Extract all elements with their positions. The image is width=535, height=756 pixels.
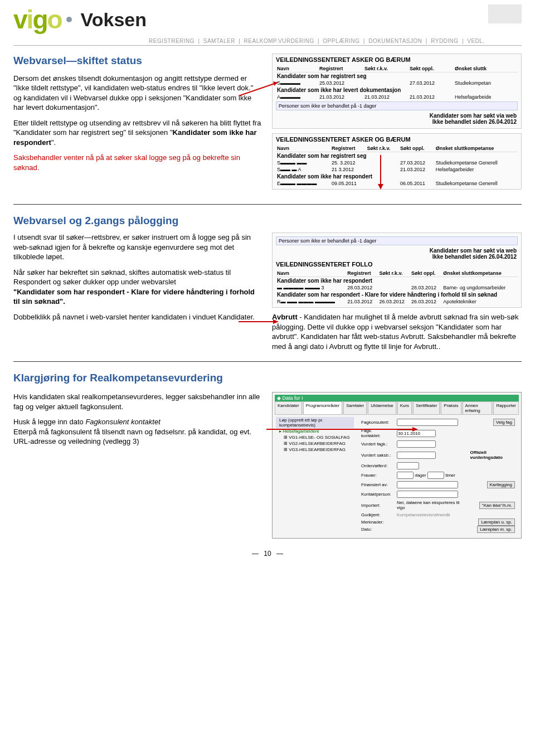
form-title: Data for I xyxy=(283,395,303,401)
tab-utdannelse[interactable]: Utdannelse xyxy=(368,401,396,415)
label-off-dato: Offisiell vurderingsdato xyxy=(469,449,517,461)
cell: 27.03.2012 xyxy=(408,80,454,86)
label-kompbev: Kompetansebevis/vitnemål xyxy=(395,512,517,518)
crumb-dokumentasjon: DOKUMENTASJON xyxy=(367,38,424,44)
cell: ▬ ▬▬▬▬ ▬▬▬ 3 xyxy=(276,284,346,291)
btn-laereplan-u[interactable]: Læreplan u. sp. xyxy=(478,518,515,526)
cell: A▬▬▬▬ xyxy=(276,94,318,100)
form-tabs: Kandidater Programområder Samtaler Utdan… xyxy=(275,401,519,415)
input-vurdert-saksb[interactable] xyxy=(397,452,436,459)
program-tree[interactable]: Løp (opprett ett løp pr. kompetansebevis… xyxy=(276,417,354,534)
input-vurdert-fagk[interactable] xyxy=(397,440,436,448)
tab-samtaler[interactable]: Samtaler xyxy=(343,401,367,415)
app-screenshot-1: VEILEDNINGSSENTERET ASKER OG BÆRUM Navn … xyxy=(272,54,522,129)
app2-col-reg: Registrert xyxy=(330,145,366,152)
btn-velg-fag[interactable]: Velg fag xyxy=(493,419,515,426)
app3-col-reg: Registrert xyxy=(346,270,378,277)
section-divider-1 xyxy=(13,204,522,205)
app3-note: Kandidater som har søkt via web Ikke beh… xyxy=(276,246,518,261)
app1-table: Navn Registrert Søkt r.k.v. Søkt oppl. Ø… xyxy=(276,65,518,100)
app3-note1: Kandidater som har søkt via web xyxy=(277,248,517,254)
section3-p2: Husk å legge inn dato Fagkonsulent konta… xyxy=(13,417,263,447)
app3-col-rkv: Søkt r.k.v. xyxy=(378,270,410,277)
input-orden[interactable] xyxy=(397,462,419,469)
section2-p2a: Når søker har bekreftet sin søknad, skif… xyxy=(13,268,231,287)
cell: S▬▬ ▬ A xyxy=(276,166,330,173)
tree-item[interactable]: ⊞ VG3-HELSEARBEIDERFAG xyxy=(276,447,354,453)
section2-title: Webvarsel og 2.gangs pålogging xyxy=(13,215,522,227)
tree-item[interactable]: ⊞ VG2-HELSEARBEIDERFAG xyxy=(276,440,354,447)
input-finansiert[interactable] xyxy=(397,481,458,488)
label-finansiert: Finansiert av: xyxy=(359,481,394,489)
input-dager[interactable] xyxy=(397,472,414,479)
app1-col-navn: Navn xyxy=(276,65,318,72)
tab-program[interactable]: Programområder xyxy=(303,401,342,415)
app1-note: Kandidater som har søkt via web Ikke beh… xyxy=(276,112,518,126)
tree-item[interactable]: ▸ Helsefagarbeidere xyxy=(276,428,354,434)
tab-annen[interactable]: Annen erfaring xyxy=(463,401,493,415)
crumb-realkomp: REALKOMP.VURDERING xyxy=(242,38,316,44)
form-titlebar: ◆ Data for I xyxy=(275,395,519,401)
app1-banner: Personer som ikke er behandlet på -1 dag… xyxy=(276,101,518,110)
app3-col-slutt: Ønsket sluttkompetanse xyxy=(442,270,518,277)
cell xyxy=(378,284,410,291)
table-row: ▬ ▬▬▬▬ ▬▬▬ 328.03.201228.03.2012Barne- o… xyxy=(276,284,518,291)
app1-col-rkv: Søkt r.k.v. xyxy=(363,65,408,72)
cell: 27.03.2012 xyxy=(399,159,435,166)
table-row: A▬▬▬▬ 21.03.2012 21.03.2012 21.03.2012 H… xyxy=(276,94,518,100)
label-kontakt: Kontaktperson: xyxy=(359,490,394,498)
cell: Studiekompetan xyxy=(454,80,518,86)
cell: Apotektekniker xyxy=(442,298,518,305)
app1-hdr-registrert: Kandidater som har registrert seg xyxy=(276,72,518,80)
section-divider-2 xyxy=(13,361,522,362)
cell: E▬▬▬ ▬▬▬▬ xyxy=(276,180,330,187)
app1-hdr-ikke-levert: Kandidater som ikke har levert dokumenta… xyxy=(276,86,518,94)
tab-kurs[interactable]: Kurs xyxy=(397,401,412,415)
section3-p2a: Husk å legge inn dato xyxy=(13,418,85,426)
app1-title: VEILEDNINGSSENTERET ASKER OG BÆRUM xyxy=(276,56,518,63)
app2-col-oppl: Søkt oppl. xyxy=(399,145,435,152)
page-num-value: 10 xyxy=(260,550,274,558)
cell: 06.05.2011 xyxy=(399,180,435,187)
cell xyxy=(366,180,399,187)
table-row: E▬▬▬ ▬▬▬▬09.05.201106.05.2011Studiekompe… xyxy=(276,180,518,187)
app1-col-oppl: Søkt oppl. xyxy=(408,65,454,72)
section2-avbrutt: Avbrutt - Kandidaten har mulighet til å … xyxy=(272,312,522,351)
tree-item[interactable]: ⊞ VG1-HELSE- OG SOSIALFAG xyxy=(276,434,354,440)
input-fagk-kontaktet[interactable] xyxy=(397,430,436,437)
app3-table: Navn Registrert Søkt r.k.v. Søkt oppl. Ø… xyxy=(276,270,518,305)
app2-table: Navn Registrert Søkt r.k.v. Søkt oppl. Ø… xyxy=(276,145,518,187)
tree-root: Løp (opprett ett løp pr. kompetansebevis… xyxy=(276,417,354,428)
btn-laereplan-m[interactable]: Læreplan m. sp. xyxy=(477,526,515,533)
tab-rapporter[interactable]: Rapporter xyxy=(493,401,519,415)
app3-hdr-ikke-resp: Kandidater som ikke har respondert xyxy=(276,277,518,285)
page-header: vigo Voksen xyxy=(13,4,522,35)
cell: S▬▬▬ ▬▬ xyxy=(276,159,330,166)
input-fagkonsulent[interactable] xyxy=(397,419,458,426)
cell: 28.03.2012 xyxy=(346,284,378,291)
app1-col-slutt: Ønsket sluttk xyxy=(454,65,518,72)
app-screenshot-2: VEILEDNINGSSENTERET ASKER OG BÆRUM Navn … xyxy=(272,133,522,190)
breadcrumb: REGISTRERING | SAMTALER | REALKOMP.VURDE… xyxy=(147,38,522,44)
crumb-vedl: VEDL. xyxy=(465,38,486,44)
app3-col-oppl: Søkt oppl. xyxy=(410,270,442,277)
tab-kandidater[interactable]: Kandidater xyxy=(275,401,302,415)
tab-sertifikater[interactable]: Sertifikater xyxy=(413,401,440,415)
cell: 21.03.2012 xyxy=(363,94,408,100)
crumb-rydding: RYDDING xyxy=(429,38,460,44)
section3-p1: Hvis kandidaten skal realkompetansevurde… xyxy=(13,392,263,411)
app3-title: VEILEDNINGSSENTERET FOLLO xyxy=(276,261,518,268)
btn-kan-ikke[interactable]: "Kan ikke"/h.m. xyxy=(479,502,515,509)
section3-p2c: Etterpå må fagkonsulent få tilsendt navn… xyxy=(13,428,251,446)
input-timer[interactable] xyxy=(427,472,444,479)
table-row: S▬▬ ▬ A21 3.201221.03.2012Helsefagarbeid… xyxy=(276,166,518,173)
input-kontakt[interactable] xyxy=(397,491,458,498)
cell: 09.05.2011 xyxy=(330,180,366,187)
crumb-samtaler: SAMTALER xyxy=(202,38,237,44)
section2-p2b: "Kandidater som har respondert - Klare f… xyxy=(13,288,255,306)
btn-kartlegging[interactable]: Kartlegging xyxy=(487,481,515,488)
label-fagkonsulent: Fagkonsulent: xyxy=(359,418,394,427)
tab-praksis[interactable]: Praksis xyxy=(441,401,461,415)
cell: 21.03.2012 xyxy=(408,94,454,100)
label-importert: Importert: xyxy=(359,500,394,511)
